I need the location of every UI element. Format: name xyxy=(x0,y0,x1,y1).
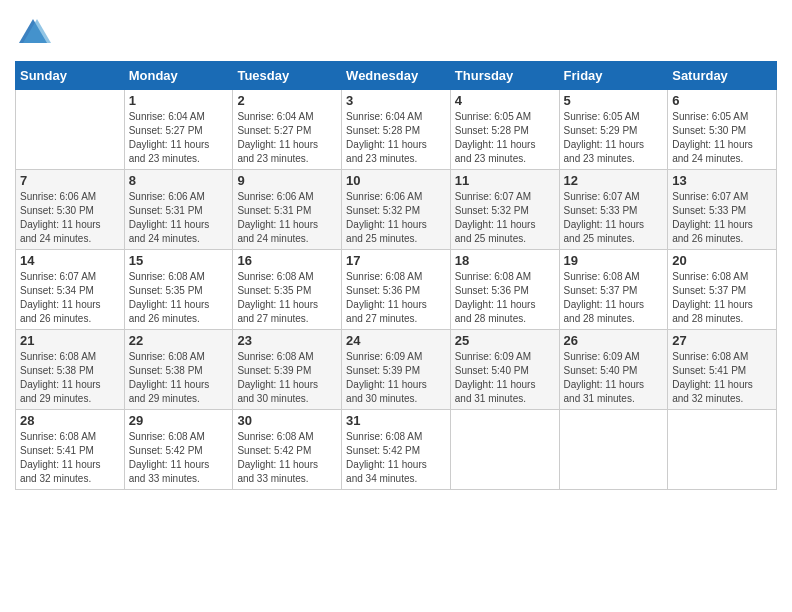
calendar-cell xyxy=(450,410,559,490)
day-header-monday: Monday xyxy=(124,62,233,90)
day-info: Sunrise: 6:08 AM Sunset: 5:42 PM Dayligh… xyxy=(237,430,337,486)
day-number: 13 xyxy=(672,173,772,188)
day-info: Sunrise: 6:06 AM Sunset: 5:31 PM Dayligh… xyxy=(237,190,337,246)
day-info: Sunrise: 6:08 AM Sunset: 5:42 PM Dayligh… xyxy=(129,430,229,486)
calendar-cell: 3Sunrise: 6:04 AM Sunset: 5:28 PM Daylig… xyxy=(342,90,451,170)
day-info: Sunrise: 6:08 AM Sunset: 5:38 PM Dayligh… xyxy=(129,350,229,406)
day-number: 17 xyxy=(346,253,446,268)
calendar-cell: 18Sunrise: 6:08 AM Sunset: 5:36 PM Dayli… xyxy=(450,250,559,330)
calendar-cell: 1Sunrise: 6:04 AM Sunset: 5:27 PM Daylig… xyxy=(124,90,233,170)
day-number: 9 xyxy=(237,173,337,188)
calendar-week-row: 7Sunrise: 6:06 AM Sunset: 5:30 PM Daylig… xyxy=(16,170,777,250)
day-info: Sunrise: 6:07 AM Sunset: 5:33 PM Dayligh… xyxy=(672,190,772,246)
day-info: Sunrise: 6:08 AM Sunset: 5:36 PM Dayligh… xyxy=(455,270,555,326)
logo xyxy=(15,15,51,51)
calendar-cell: 23Sunrise: 6:08 AM Sunset: 5:39 PM Dayli… xyxy=(233,330,342,410)
day-info: Sunrise: 6:07 AM Sunset: 5:33 PM Dayligh… xyxy=(564,190,664,246)
calendar-cell: 24Sunrise: 6:09 AM Sunset: 5:39 PM Dayli… xyxy=(342,330,451,410)
day-number: 4 xyxy=(455,93,555,108)
calendar-cell: 14Sunrise: 6:07 AM Sunset: 5:34 PM Dayli… xyxy=(16,250,125,330)
calendar-cell xyxy=(668,410,777,490)
day-info: Sunrise: 6:08 AM Sunset: 5:38 PM Dayligh… xyxy=(20,350,120,406)
day-info: Sunrise: 6:08 AM Sunset: 5:35 PM Dayligh… xyxy=(237,270,337,326)
day-info: Sunrise: 6:06 AM Sunset: 5:31 PM Dayligh… xyxy=(129,190,229,246)
day-number: 6 xyxy=(672,93,772,108)
day-info: Sunrise: 6:04 AM Sunset: 5:27 PM Dayligh… xyxy=(129,110,229,166)
day-header-saturday: Saturday xyxy=(668,62,777,90)
calendar-cell: 26Sunrise: 6:09 AM Sunset: 5:40 PM Dayli… xyxy=(559,330,668,410)
day-header-tuesday: Tuesday xyxy=(233,62,342,90)
calendar-cell: 4Sunrise: 6:05 AM Sunset: 5:28 PM Daylig… xyxy=(450,90,559,170)
day-number: 19 xyxy=(564,253,664,268)
day-number: 7 xyxy=(20,173,120,188)
day-info: Sunrise: 6:08 AM Sunset: 5:37 PM Dayligh… xyxy=(672,270,772,326)
calendar-week-row: 21Sunrise: 6:08 AM Sunset: 5:38 PM Dayli… xyxy=(16,330,777,410)
calendar-cell: 31Sunrise: 6:08 AM Sunset: 5:42 PM Dayli… xyxy=(342,410,451,490)
calendar-cell: 7Sunrise: 6:06 AM Sunset: 5:30 PM Daylig… xyxy=(16,170,125,250)
calendar-cell: 2Sunrise: 6:04 AM Sunset: 5:27 PM Daylig… xyxy=(233,90,342,170)
day-header-thursday: Thursday xyxy=(450,62,559,90)
day-number: 16 xyxy=(237,253,337,268)
day-number: 31 xyxy=(346,413,446,428)
calendar-cell: 15Sunrise: 6:08 AM Sunset: 5:35 PM Dayli… xyxy=(124,250,233,330)
day-info: Sunrise: 6:09 AM Sunset: 5:40 PM Dayligh… xyxy=(564,350,664,406)
day-number: 10 xyxy=(346,173,446,188)
calendar-table: SundayMondayTuesdayWednesdayThursdayFrid… xyxy=(15,61,777,490)
calendar-cell: 28Sunrise: 6:08 AM Sunset: 5:41 PM Dayli… xyxy=(16,410,125,490)
logo-icon xyxy=(15,15,51,51)
day-number: 12 xyxy=(564,173,664,188)
calendar-week-row: 14Sunrise: 6:07 AM Sunset: 5:34 PM Dayli… xyxy=(16,250,777,330)
day-info: Sunrise: 6:05 AM Sunset: 5:30 PM Dayligh… xyxy=(672,110,772,166)
calendar-week-row: 1Sunrise: 6:04 AM Sunset: 5:27 PM Daylig… xyxy=(16,90,777,170)
calendar-cell: 19Sunrise: 6:08 AM Sunset: 5:37 PM Dayli… xyxy=(559,250,668,330)
day-info: Sunrise: 6:08 AM Sunset: 5:39 PM Dayligh… xyxy=(237,350,337,406)
day-info: Sunrise: 6:08 AM Sunset: 5:36 PM Dayligh… xyxy=(346,270,446,326)
day-number: 20 xyxy=(672,253,772,268)
day-info: Sunrise: 6:05 AM Sunset: 5:28 PM Dayligh… xyxy=(455,110,555,166)
day-info: Sunrise: 6:09 AM Sunset: 5:39 PM Dayligh… xyxy=(346,350,446,406)
calendar-cell: 30Sunrise: 6:08 AM Sunset: 5:42 PM Dayli… xyxy=(233,410,342,490)
calendar-cell: 12Sunrise: 6:07 AM Sunset: 5:33 PM Dayli… xyxy=(559,170,668,250)
day-number: 1 xyxy=(129,93,229,108)
day-number: 18 xyxy=(455,253,555,268)
day-number: 2 xyxy=(237,93,337,108)
day-header-friday: Friday xyxy=(559,62,668,90)
day-info: Sunrise: 6:07 AM Sunset: 5:32 PM Dayligh… xyxy=(455,190,555,246)
header xyxy=(15,15,777,51)
day-info: Sunrise: 6:08 AM Sunset: 5:37 PM Dayligh… xyxy=(564,270,664,326)
calendar-cell: 21Sunrise: 6:08 AM Sunset: 5:38 PM Dayli… xyxy=(16,330,125,410)
day-number: 25 xyxy=(455,333,555,348)
day-number: 8 xyxy=(129,173,229,188)
calendar-cell: 17Sunrise: 6:08 AM Sunset: 5:36 PM Dayli… xyxy=(342,250,451,330)
day-number: 28 xyxy=(20,413,120,428)
day-info: Sunrise: 6:09 AM Sunset: 5:40 PM Dayligh… xyxy=(455,350,555,406)
calendar-week-row: 28Sunrise: 6:08 AM Sunset: 5:41 PM Dayli… xyxy=(16,410,777,490)
day-number: 21 xyxy=(20,333,120,348)
calendar-cell: 27Sunrise: 6:08 AM Sunset: 5:41 PM Dayli… xyxy=(668,330,777,410)
day-number: 27 xyxy=(672,333,772,348)
day-number: 14 xyxy=(20,253,120,268)
calendar-cell: 25Sunrise: 6:09 AM Sunset: 5:40 PM Dayli… xyxy=(450,330,559,410)
day-number: 30 xyxy=(237,413,337,428)
calendar-cell: 10Sunrise: 6:06 AM Sunset: 5:32 PM Dayli… xyxy=(342,170,451,250)
calendar-cell: 9Sunrise: 6:06 AM Sunset: 5:31 PM Daylig… xyxy=(233,170,342,250)
day-info: Sunrise: 6:07 AM Sunset: 5:34 PM Dayligh… xyxy=(20,270,120,326)
calendar-cell: 29Sunrise: 6:08 AM Sunset: 5:42 PM Dayli… xyxy=(124,410,233,490)
day-info: Sunrise: 6:06 AM Sunset: 5:30 PM Dayligh… xyxy=(20,190,120,246)
calendar-cell: 6Sunrise: 6:05 AM Sunset: 5:30 PM Daylig… xyxy=(668,90,777,170)
day-info: Sunrise: 6:04 AM Sunset: 5:27 PM Dayligh… xyxy=(237,110,337,166)
day-info: Sunrise: 6:05 AM Sunset: 5:29 PM Dayligh… xyxy=(564,110,664,166)
day-number: 24 xyxy=(346,333,446,348)
day-number: 29 xyxy=(129,413,229,428)
day-info: Sunrise: 6:08 AM Sunset: 5:42 PM Dayligh… xyxy=(346,430,446,486)
calendar-cell: 16Sunrise: 6:08 AM Sunset: 5:35 PM Dayli… xyxy=(233,250,342,330)
day-info: Sunrise: 6:08 AM Sunset: 5:41 PM Dayligh… xyxy=(672,350,772,406)
calendar-cell: 13Sunrise: 6:07 AM Sunset: 5:33 PM Dayli… xyxy=(668,170,777,250)
calendar-cell: 22Sunrise: 6:08 AM Sunset: 5:38 PM Dayli… xyxy=(124,330,233,410)
day-number: 15 xyxy=(129,253,229,268)
calendar-cell: 20Sunrise: 6:08 AM Sunset: 5:37 PM Dayli… xyxy=(668,250,777,330)
day-number: 5 xyxy=(564,93,664,108)
calendar-cell: 5Sunrise: 6:05 AM Sunset: 5:29 PM Daylig… xyxy=(559,90,668,170)
day-info: Sunrise: 6:06 AM Sunset: 5:32 PM Dayligh… xyxy=(346,190,446,246)
calendar-cell xyxy=(559,410,668,490)
